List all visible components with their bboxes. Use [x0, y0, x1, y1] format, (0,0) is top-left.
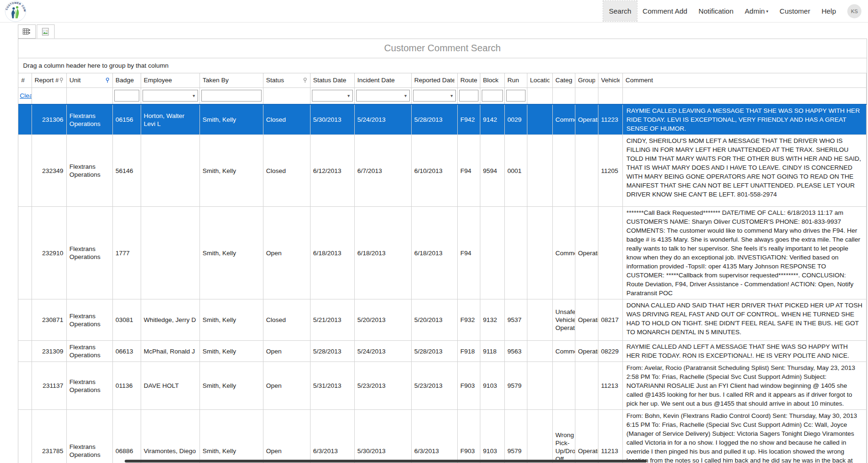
cell-run[interactable]: 9563: [504, 341, 527, 362]
cell-group[interactable]: Operations: [575, 299, 598, 341]
cell-group[interactable]: [575, 362, 598, 410]
table-row[interactable]: 232349Flextrans Operations56146Smith, Ke…: [18, 135, 867, 207]
cell-location[interactable]: [527, 341, 552, 362]
customer-comment-logo[interactable]: CUSTOMER COMMENT: [5, 0, 26, 22]
cell-incident_date[interactable]: 5/23/2013: [354, 362, 411, 410]
cell-reported_date[interactable]: 6/10/2013: [411, 135, 457, 207]
cell-category[interactable]: Unsafe Vehicle Operation: [552, 299, 575, 341]
cell-employee[interactable]: McPhail, Ronald J: [141, 341, 199, 362]
cell-category[interactable]: [552, 362, 575, 410]
filter-select-reported_date[interactable]: ▾: [413, 90, 456, 102]
cell-category[interactable]: Wrong Pick-Up/Drop Off Location: [552, 410, 575, 463]
cell-category[interactable]: Commendation: [552, 104, 575, 135]
cell-num[interactable]: [18, 362, 32, 410]
cell-vehicle[interactable]: 08229: [598, 341, 622, 362]
cell-badge[interactable]: 06156: [112, 104, 141, 135]
column-header-status[interactable]: Status: [263, 73, 310, 87]
cell-run[interactable]: 0029: [504, 104, 527, 135]
cell-report[interactable]: 231306: [32, 104, 66, 135]
filter-select-employee[interactable]: ▾: [143, 90, 198, 102]
cell-reported_date[interactable]: 5/28/2013: [411, 341, 457, 362]
export-grid-button[interactable]: [18, 24, 36, 39]
cell-report[interactable]: 231785: [32, 410, 66, 463]
column-header-status_date[interactable]: Status Date: [310, 73, 354, 87]
cell-comment[interactable]: From: Bohn, Kevin (Flextrans Radio Contr…: [622, 410, 867, 463]
table-row[interactable]: 231309Flextrans Operations06613McPhail, …: [18, 341, 867, 362]
filter-select-status_date[interactable]: ▾: [312, 90, 353, 102]
cell-status_date[interactable]: 6/18/2013: [310, 207, 354, 299]
table-row[interactable]: 232910Flextrans Operations1777Smith, Kel…: [18, 207, 867, 299]
cell-location[interactable]: [527, 362, 552, 410]
cell-report[interactable]: 231309: [32, 341, 66, 362]
cell-employee[interactable]: [141, 207, 199, 299]
cell-vehicle[interactable]: [598, 207, 622, 299]
cell-reported_date[interactable]: 5/23/2013: [411, 362, 457, 410]
cell-block[interactable]: 9103: [480, 410, 504, 463]
cell-group[interactable]: Operations: [575, 410, 598, 463]
cell-location[interactable]: [527, 410, 552, 463]
cell-status[interactable]: Open: [263, 362, 310, 410]
filter-input-run[interactable]: [506, 90, 526, 102]
column-header-vehicle[interactable]: Vehicle: [598, 73, 622, 87]
cell-report[interactable]: 231137: [32, 362, 66, 410]
column-header-reported_date[interactable]: Reported Date: [411, 73, 457, 87]
cell-route[interactable]: F942: [457, 104, 480, 135]
cell-taken_by[interactable]: Smith, Kelly: [199, 341, 263, 362]
column-header-taken_by[interactable]: Taken By: [199, 73, 263, 87]
cell-status_date[interactable]: 5/30/2013: [310, 104, 354, 135]
cell-badge[interactable]: 06886: [112, 410, 141, 463]
cell-badge[interactable]: 01136: [112, 362, 141, 410]
column-header-employee[interactable]: Employee: [141, 73, 199, 87]
cell-num[interactable]: [18, 299, 32, 341]
clear-filters-link[interactable]: Clear: [20, 92, 32, 99]
cell-num[interactable]: [18, 135, 32, 207]
filter-pin-icon[interactable]: [303, 78, 307, 83]
table-row[interactable]: 231137Flextrans Operations01136DAVE HOLT…: [18, 362, 867, 410]
cell-reported_date[interactable]: 5/20/2013: [411, 299, 457, 341]
nav-item-admin[interactable]: Admin▾: [739, 1, 774, 21]
cell-reported_date[interactable]: 5/28/2013: [411, 104, 457, 135]
table-row[interactable]: 231306Flextrans Operations06156Horton, W…: [18, 104, 867, 135]
filter-input-block[interactable]: [482, 90, 503, 102]
cell-num[interactable]: [18, 341, 32, 362]
user-avatar[interactable]: KS: [847, 4, 861, 18]
cell-route[interactable]: F932: [457, 299, 480, 341]
cell-location[interactable]: [527, 104, 552, 135]
cell-vehicle[interactable]: 11213: [598, 362, 622, 410]
cell-unit[interactable]: Flextrans Operations: [66, 410, 112, 463]
cell-badge[interactable]: 56146: [112, 135, 141, 207]
filter-select-incident_date[interactable]: ▾: [356, 90, 410, 102]
column-header-unit[interactable]: Unit: [66, 73, 112, 87]
cell-badge[interactable]: 1777: [112, 207, 141, 299]
column-header-num[interactable]: #: [18, 73, 32, 87]
cell-incident_date[interactable]: 5/24/2013: [354, 104, 411, 135]
cell-group[interactable]: Operations: [575, 104, 598, 135]
cell-vehicle[interactable]: 11213: [598, 410, 622, 463]
table-row[interactable]: 231785Flextrans Operations06886Viramonte…: [18, 410, 867, 463]
cell-report[interactable]: 230871: [32, 299, 66, 341]
export-image-button[interactable]: [37, 24, 55, 39]
cell-status[interactable]: Open: [263, 207, 310, 299]
nav-item-notification[interactable]: Notification: [693, 1, 739, 21]
nav-item-comment-add[interactable]: Comment Add: [637, 1, 693, 21]
cell-vehicle[interactable]: 08217: [598, 299, 622, 341]
cell-route[interactable]: F94: [457, 207, 480, 299]
cell-badge[interactable]: 03081: [112, 299, 141, 341]
cell-group[interactable]: [575, 135, 598, 207]
cell-report[interactable]: 232349: [32, 135, 66, 207]
cell-incident_date[interactable]: 5/20/2013: [354, 299, 411, 341]
column-header-report[interactable]: Report #: [32, 73, 66, 87]
table-row[interactable]: 230871Flextrans Operations03081Whitledge…: [18, 299, 867, 341]
cell-unit[interactable]: Flextrans Operations: [66, 299, 112, 341]
cell-block[interactable]: 9103: [480, 362, 504, 410]
cell-route[interactable]: F903: [457, 362, 480, 410]
cell-employee[interactable]: [141, 135, 199, 207]
cell-unit[interactable]: Flextrans Operations: [66, 104, 112, 135]
cell-status_date[interactable]: 5/21/2013: [310, 299, 354, 341]
cell-comment[interactable]: RAYMIE CALLED AND LEFT A MESSAGE THAT SH…: [622, 341, 867, 362]
cell-status[interactable]: Closed: [263, 135, 310, 207]
cell-comment[interactable]: RAYMIE CALLED LEAVING A MESSAGE THAT SHE…: [622, 104, 867, 135]
cell-category[interactable]: Commendation: [552, 341, 575, 362]
cell-group[interactable]: Operations: [575, 341, 598, 362]
column-header-badge[interactable]: Badge: [112, 73, 141, 87]
